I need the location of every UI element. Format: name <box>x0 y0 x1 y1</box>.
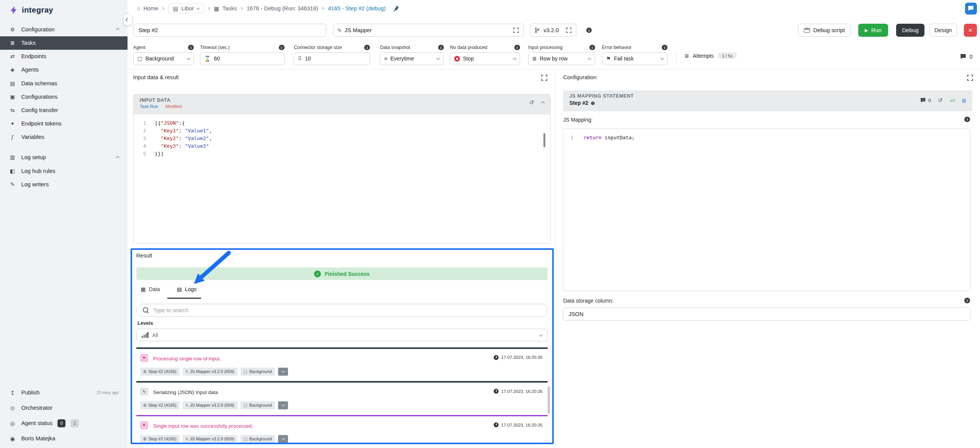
chevron-up-icon <box>116 28 119 32</box>
pin-icon[interactable] <box>393 5 399 12</box>
undo-icon[interactable]: ↺ <box>938 98 942 103</box>
input-data-header: INPUT DATA Task Run Modified ↺ <box>134 94 550 114</box>
timeout-input[interactable] <box>214 55 280 62</box>
expand-icon[interactable] <box>967 75 973 81</box>
info-icon[interactable] <box>964 117 970 122</box>
attempts-button[interactable]: ≣ Attempts 1 / 5s <box>684 52 737 59</box>
input-data-code[interactable]: [{"JSON":{ "Key1": "Value1", "Key2": "Va… <box>150 114 212 243</box>
sidebar-item[interactable]: ▤ Data schemas <box>0 77 128 90</box>
breadcrumb-run[interactable]: 1676 - Debug (Run: 346318) <box>247 5 318 11</box>
error-behavior-icon: ⚑ <box>606 55 610 62</box>
sidebar-item[interactable]: ⇄ Endpoints <box>0 50 128 63</box>
tab-modified[interactable]: Modified <box>165 104 182 109</box>
data-snapshot-setting: Data snapshot ≡ Everytime <box>380 44 443 65</box>
error-behavior-select[interactable]: ⚑ Fail task <box>602 52 668 65</box>
collapse-panel-icon[interactable] <box>541 102 545 105</box>
chevron-down-icon <box>437 56 440 60</box>
log-expand-button[interactable] <box>278 401 288 409</box>
orchestrator-button[interactable]: ⊙ Orchestrator <box>0 400 128 415</box>
sidebar-item[interactable]: ≣ Tasks <box>0 36 128 50</box>
log-badge: ▢ Background <box>241 401 275 409</box>
info-icon[interactable] <box>662 45 668 51</box>
agents-offline-count: 0 <box>57 419 65 427</box>
undo-icon[interactable]: ↺ <box>529 100 534 106</box>
debug-script-button[interactable]: Debug script <box>798 24 851 37</box>
info-icon[interactable] <box>364 45 370 51</box>
agent-select[interactable]: ▢ Background <box>133 52 194 65</box>
globe-icon: ⊕ <box>591 100 595 106</box>
sidebar-section-configuration[interactable]: ⚙ Configuration <box>0 23 128 36</box>
log-expand-button[interactable] <box>278 435 288 443</box>
agent-status-button[interactable]: ◎ Agent status 0 1 <box>0 415 128 431</box>
info-icon[interactable] <box>589 45 595 51</box>
info-icon[interactable] <box>188 45 194 51</box>
sidebar-item[interactable]: ✦ Endpoint tokens <box>0 117 128 130</box>
window-icon: ▢ <box>244 403 247 407</box>
js-mapping-editor[interactable]: 1 return inputData; <box>563 129 970 292</box>
js-mapping-code[interactable]: return inputData; <box>577 129 635 291</box>
sidebar-item[interactable]: ◧ Log hub rules <box>0 164 128 178</box>
storage-size-input[interactable] <box>305 55 366 62</box>
input-processing-select[interactable]: ≣ Row by row <box>528 52 595 65</box>
sidebar-collapse-button[interactable] <box>123 14 133 26</box>
design-mode-button[interactable]: Design <box>929 24 957 37</box>
list-icon[interactable]: ≣ <box>962 97 966 104</box>
breadcrumb-current-step[interactable]: 4165 - Step #2 (debug) <box>328 5 386 11</box>
level-filter-select[interactable]: All <box>136 329 548 341</box>
tab-logs[interactable]: ▤ Logs <box>177 286 196 292</box>
chat-button[interactable] <box>965 3 977 15</box>
search-input[interactable] <box>154 307 541 313</box>
publish-button[interactable]: ↥ Publish 22 mins ago <box>0 385 128 400</box>
data-snapshot-select[interactable]: ≡ Everytime <box>380 52 443 65</box>
window-icon: ▢ <box>244 369 247 374</box>
version-field[interactable]: v3.2.0 <box>530 24 576 37</box>
statement-comments-button[interactable]: 0 <box>920 97 931 103</box>
attempts-icon: ≣ <box>684 52 689 59</box>
statement-comments-count: 0 <box>928 98 931 103</box>
user-menu[interactable]: ◉ Boris Matejka <box>0 431 128 446</box>
step-icon: ≣ <box>143 403 147 407</box>
info-icon[interactable] <box>586 28 592 33</box>
sidebar-item[interactable]: ƒ Variables <box>0 130 128 143</box>
sidebar-nav: ⚙ Configuration ≣ Tasks ⇄ Endpoints <box>0 23 128 191</box>
debug-mode-button[interactable]: Debug <box>896 24 924 37</box>
input-data-editor[interactable]: 12345 [{"JSON":{ "Key1": "Value1", "Key2… <box>134 114 550 243</box>
breadcrumb-project-dropdown[interactable]: ▤ Libor <box>168 3 204 13</box>
breadcrumb-tasks[interactable]: ▦ Tasks <box>214 5 237 12</box>
validate-icon[interactable]: ✓✓ <box>949 98 955 103</box>
timeout-setting: Timeout (sec.) ⌛ <box>200 44 284 65</box>
sidebar-section-log-setup[interactable]: ▥ Log setup <box>0 150 128 164</box>
line-numbers: 12345 <box>134 114 150 243</box>
breadcrumb-home[interactable]: ⌂ Home <box>137 5 158 11</box>
sidebar-item[interactable]: ⇆ Config transfer <box>0 103 128 117</box>
user-name: Boris Matejka <box>21 435 55 441</box>
editor-scrollbar[interactable] <box>543 133 545 148</box>
sidebar-item[interactable]: ◈ Agents <box>0 63 128 77</box>
expand-icon[interactable] <box>566 28 572 33</box>
sidebar-item[interactable]: ✎ Log writers <box>0 178 128 191</box>
info-icon[interactable] <box>964 298 970 303</box>
expand-icon[interactable] <box>513 28 519 33</box>
line-numbers: 1 <box>563 129 577 291</box>
chevron-down-icon <box>513 56 516 60</box>
comments-button[interactable]: 0 <box>960 53 973 60</box>
info-icon[interactable] <box>514 45 520 51</box>
no-data-select[interactable]: Stop <box>450 52 520 65</box>
log-list-scrollbar[interactable] <box>548 386 550 414</box>
info-icon[interactable] <box>279 45 285 51</box>
info-icon[interactable] <box>438 45 444 51</box>
sidebar-item-label: Endpoint tokens <box>21 121 61 127</box>
tab-data[interactable]: ▦ Data <box>141 286 160 292</box>
storage-column-input[interactable] <box>563 308 970 321</box>
agent-setting: Agent ▢ Background <box>133 44 194 65</box>
run-button[interactable]: ▶ Run <box>858 24 888 37</box>
agents-icon: ◈ <box>9 67 16 73</box>
log-badge: ≣ Step #2 (4165) <box>140 401 180 409</box>
tab-task-run[interactable]: Task Run <box>140 104 158 109</box>
log-expand-button[interactable] <box>278 368 288 376</box>
close-button[interactable]: × <box>964 24 977 37</box>
sidebar-item[interactable]: ▣ Configurations <box>0 90 128 103</box>
step-name-input[interactable] <box>133 24 326 37</box>
connector-field[interactable]: ϟ JS Mapper <box>333 24 524 37</box>
expand-icon[interactable] <box>541 75 547 81</box>
